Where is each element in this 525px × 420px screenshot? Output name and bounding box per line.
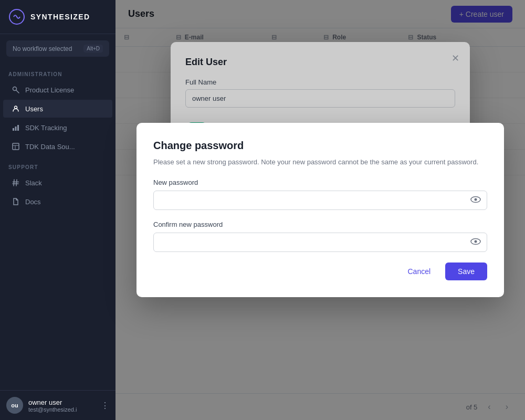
change-password-actions: Cancel Save xyxy=(153,262,487,280)
sidebar-item-label-sdk-tracking: SDK Tracking xyxy=(25,124,67,132)
sidebar-item-label-users: Users xyxy=(25,105,43,113)
confirm-password-input[interactable] xyxy=(153,233,487,252)
confirm-password-label: Confirm new password xyxy=(153,220,487,228)
user-name: owner user xyxy=(28,398,96,406)
change-password-modal: Change password Please set a new strong … xyxy=(136,123,504,297)
save-button[interactable]: Save xyxy=(445,262,487,280)
person-icon xyxy=(12,104,20,113)
user-menu-dots[interactable]: ⋮ xyxy=(101,401,109,411)
user-info: owner user test@synthesized.i xyxy=(28,398,96,413)
support-section-label: SUPPORT xyxy=(0,156,116,173)
workflow-shortcut: Alt+D xyxy=(83,45,103,52)
sidebar-item-label-product-license: Product License xyxy=(25,86,74,94)
main-content: Users + Create user ⊟ ⊟ E-mail ⊟ ⊟ Role … xyxy=(116,0,525,420)
new-password-wrap xyxy=(153,191,487,210)
new-password-label: New password xyxy=(153,178,487,186)
sidebar: SYNTHESIZED No workflow selected Alt+D A… xyxy=(0,0,116,420)
workflow-selector[interactable]: No workflow selected Alt+D xyxy=(6,40,109,57)
sidebar-item-slack[interactable]: Slack xyxy=(3,174,112,192)
sidebar-item-tdk-data-sources[interactable]: TDK Data Sou... xyxy=(3,138,112,155)
svg-point-17 xyxy=(475,240,477,243)
admin-section-label: ADMINISTRATION xyxy=(0,63,116,80)
synthesized-logo-icon xyxy=(8,8,25,25)
sidebar-item-users[interactable]: Users xyxy=(3,100,112,118)
svg-rect-5 xyxy=(15,127,17,131)
hash-icon xyxy=(12,178,20,187)
cancel-button[interactable]: Cancel xyxy=(399,262,439,280)
svg-line-11 xyxy=(16,180,17,186)
chart-icon xyxy=(12,123,20,132)
new-password-input[interactable] xyxy=(153,191,487,210)
sidebar-item-product-license[interactable]: Product License xyxy=(3,81,112,99)
sidebar-logo: SYNTHESIZED xyxy=(0,0,116,34)
svg-rect-6 xyxy=(17,125,19,131)
sidebar-item-sdk-tracking[interactable]: SDK Tracking xyxy=(3,119,112,136)
change-password-description: Please set a new strong password. Note y… xyxy=(153,158,487,166)
user-email: test@synthesized.i xyxy=(28,406,96,413)
change-password-title: Change password xyxy=(153,140,487,152)
sidebar-logo-text: SYNTHESIZED xyxy=(30,13,90,21)
confirm-password-wrap xyxy=(153,233,487,252)
change-password-overlay: Change password Please set a new strong … xyxy=(116,0,525,420)
key-icon xyxy=(12,86,20,94)
sidebar-item-label-docs: Docs xyxy=(25,198,41,206)
svg-line-10 xyxy=(14,180,14,186)
sidebar-item-label-tdk-data-sources: TDK Data Sou... xyxy=(25,143,75,151)
sidebar-item-label-slack: Slack xyxy=(25,179,42,187)
svg-point-15 xyxy=(475,198,477,201)
confirm-password-toggle-visibility[interactable] xyxy=(470,236,481,249)
new-password-toggle-visibility[interactable] xyxy=(470,194,481,207)
file-icon xyxy=(12,197,20,206)
table-icon xyxy=(12,142,20,151)
sidebar-bottom: ou owner user test@synthesized.i ⋮ xyxy=(0,390,116,420)
svg-rect-4 xyxy=(13,128,14,131)
user-avatar: ou xyxy=(6,397,23,414)
svg-rect-7 xyxy=(13,143,19,150)
workflow-label: No workflow selected xyxy=(13,45,72,52)
sidebar-item-docs[interactable]: Docs xyxy=(3,193,112,211)
svg-line-2 xyxy=(16,90,19,93)
